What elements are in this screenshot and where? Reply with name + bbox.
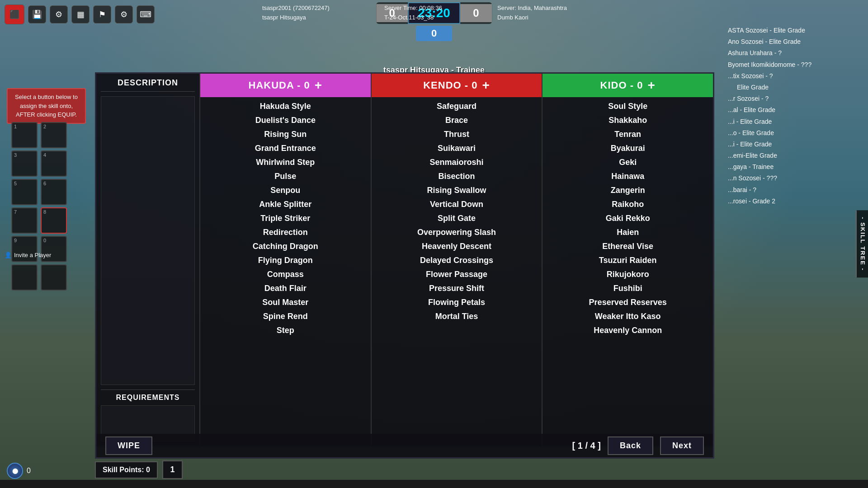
skill-fushibi[interactable]: Fushibi xyxy=(542,282,713,296)
skill-split-gate[interactable]: Split Gate xyxy=(372,211,542,225)
skill-soul-style[interactable]: Soul Style xyxy=(542,99,713,113)
skill-brace[interactable]: Brace xyxy=(372,113,542,127)
skill-compass[interactable]: Compass xyxy=(200,267,371,282)
skill-rising-sun[interactable]: Rising Sun xyxy=(200,127,371,141)
skill-tsuzuri-raiden[interactable]: Tsuzuri Raiden xyxy=(542,253,713,267)
nav-section: [ 1 / 4 ] Back Next xyxy=(572,436,704,455)
requirements-title: REQUIREMENTS xyxy=(101,389,195,402)
instruction-box: Select a button below to assign the skil… xyxy=(7,88,86,124)
skill-bisection[interactable]: Bisection xyxy=(372,169,542,183)
skill-catching-dragon[interactable]: Catching Dragon xyxy=(200,239,371,253)
leaderboard-entry: Elite Grade xyxy=(728,82,863,93)
settings-icon[interactable]: ⚙ xyxy=(115,5,133,23)
skill-preserved-reserves[interactable]: Preserved Reserves xyxy=(542,296,713,310)
skill-slot-7[interactable]: 7 xyxy=(11,207,38,234)
skill-step[interactable]: Step xyxy=(200,324,371,338)
skill-rikujokoro[interactable]: Rikujokoro xyxy=(542,267,713,282)
kido-plus-button[interactable]: + xyxy=(647,78,655,93)
skill-zangerin[interactable]: Zangerin xyxy=(542,183,713,197)
skill-slots: 1 2 3 4 5 6 7 8 9 0 xyxy=(11,122,68,291)
skill-grand-entrance[interactable]: Grand Entrance xyxy=(200,141,371,155)
skill-raikoho[interactable]: Raikoho xyxy=(542,197,713,211)
skill-weaker-itto-kaso[interactable]: Weaker Itto Kaso xyxy=(542,310,713,324)
skill-duelists-dance[interactable]: Duelist's Dance xyxy=(200,113,371,127)
leaderboard: ASTA Sozosei - Elite Grade Ano Sozosei -… xyxy=(723,23,868,209)
skill-whirlwind-step[interactable]: Whirlwind Step xyxy=(200,155,371,169)
leaderboard-entry: ...gaya - Trainee xyxy=(728,161,863,173)
leaderboard-entry: ...barai - ? xyxy=(728,184,863,196)
skill-vertical-down[interactable]: Vertical Down xyxy=(372,197,542,211)
skill-overpowering-slash[interactable]: Overpowering Slash xyxy=(372,225,542,239)
skill-pulse[interactable]: Pulse xyxy=(200,169,371,183)
skill-suikawari[interactable]: Suikawari xyxy=(372,141,542,155)
skill-slot-8[interactable]: 8 xyxy=(41,207,67,234)
skill-heavenly-cannon[interactable]: Heavenly Cannon xyxy=(542,324,713,338)
skill-spine-rend[interactable]: Spine Rend xyxy=(200,310,371,324)
skill-rising-swallow[interactable]: Rising Swallow xyxy=(372,183,542,197)
leaderboard-entry: Ashura Urahara - ? xyxy=(728,47,863,59)
grid-icon[interactable]: ▦ xyxy=(71,5,90,23)
hakuda-label: HAKUDA - 0 xyxy=(249,80,310,91)
instruction-text: Select a button below to assign the skil… xyxy=(15,94,78,118)
kido-label: KIDO - 0 xyxy=(600,80,643,91)
hakuda-header: HAKUDA - 0 + xyxy=(200,74,371,97)
skill-hakuda-style[interactable]: Hakuda Style xyxy=(200,99,371,113)
skill-slot-extra1[interactable] xyxy=(11,264,38,291)
bottom-nav-bar: WIPE [ 1 / 4 ] Back Next xyxy=(95,434,714,459)
leaderboard-entry: ...tix Sozosei - ? xyxy=(728,70,863,82)
skill-flower-passage[interactable]: Flower Passage xyxy=(372,267,542,282)
invite-player[interactable]: 👤 Invite a Player xyxy=(5,252,51,258)
leaderboard-entry: ...al - Elite Grade xyxy=(728,104,863,116)
hakuda-plus-button[interactable]: + xyxy=(315,78,322,93)
main-skill-panel: DESCRIPTION REQUIREMENTS HAKUDA - 0 + Ha… xyxy=(95,72,714,447)
wipe-button[interactable]: WIPE xyxy=(105,436,152,455)
skill-slot-1[interactable]: 1 xyxy=(11,122,38,148)
skill-ethereal-vise[interactable]: Ethereal Vise xyxy=(542,239,713,253)
skill-triple-striker[interactable]: Triple Striker xyxy=(200,211,371,225)
skill-slot-2[interactable]: 2 xyxy=(41,122,67,148)
save-icon[interactable]: 💾 xyxy=(28,5,46,23)
skill-flying-dragon[interactable]: Flying Dragon xyxy=(200,253,371,267)
skill-geki[interactable]: Geki xyxy=(542,155,713,169)
skill-mortal-ties[interactable]: Mortal Ties xyxy=(372,310,542,324)
flag-icon[interactable]: ⚑ xyxy=(93,5,111,23)
skill-thrust[interactable]: Thrust xyxy=(372,127,542,141)
skill-heavenly-descent[interactable]: Heavenly Descent xyxy=(372,239,542,253)
skill-senmaioroshi[interactable]: Senmaioroshi xyxy=(372,155,542,169)
skill-slot-5[interactable]: 5 xyxy=(11,179,38,205)
skill-slot-3[interactable]: 3 xyxy=(11,150,38,177)
skill-soul-master[interactable]: Soul Master xyxy=(200,296,371,310)
kendo-header: KENDO - 0 + xyxy=(372,74,542,97)
skill-safeguard[interactable]: Safeguard xyxy=(372,99,542,113)
skill-death-flair[interactable]: Death Flair xyxy=(200,282,371,296)
skill-slot-6[interactable]: 6 xyxy=(41,179,67,205)
skill-pressure-shift[interactable]: Pressure Shift xyxy=(372,282,542,296)
description-title: DESCRIPTION xyxy=(101,78,195,92)
kendo-plus-button[interactable]: + xyxy=(482,78,490,93)
tools-icon[interactable]: ⚙ xyxy=(50,5,68,23)
skill-flowing-petals[interactable]: Flowing Petals xyxy=(372,296,542,310)
back-button[interactable]: Back xyxy=(608,436,653,455)
leaderboard-entry: Byomet Ikomikidomome - ??? xyxy=(728,59,863,70)
skill-haien[interactable]: Haien xyxy=(542,225,713,239)
skill-byakurai[interactable]: Byakurai xyxy=(542,141,713,155)
skill-ankle-splitter[interactable]: Ankle Splitter xyxy=(200,197,371,211)
roblox-icon[interactable]: ⬛ xyxy=(5,5,24,24)
keyboard-icon[interactable]: ⌨ xyxy=(137,5,155,23)
skill-shakkaho[interactable]: Shakkaho xyxy=(542,113,713,127)
skill-slot-4[interactable]: 4 xyxy=(41,150,67,177)
skill-points-display: Skill Points: 0 xyxy=(95,461,158,479)
skill-slot-extra2[interactable] xyxy=(41,264,67,291)
skill-delayed-crossings[interactable]: Delayed Crossings xyxy=(372,253,542,267)
next-button[interactable]: Next xyxy=(660,436,704,455)
leaderboard-entry: ...r Sozosei - ? xyxy=(728,93,863,104)
skill-tenran[interactable]: Tenran xyxy=(542,127,713,141)
skill-senpou[interactable]: Senpou xyxy=(200,183,371,197)
skill-redirection[interactable]: Redirection xyxy=(200,225,371,239)
kido-skills-list: Soul Style Shakkaho Tenran Byakurai Geki… xyxy=(542,97,713,446)
server-location: Server: India, Maharashtra xyxy=(497,4,567,13)
skill-tree-tab[interactable]: - SKILL TREE - xyxy=(856,210,868,277)
skill-gaki-rekko[interactable]: Gaki Rekko xyxy=(542,211,713,225)
skill-points-bar: Skill Points: 0 1 xyxy=(95,460,183,479)
skill-hainawa[interactable]: Hainawa xyxy=(542,169,713,183)
